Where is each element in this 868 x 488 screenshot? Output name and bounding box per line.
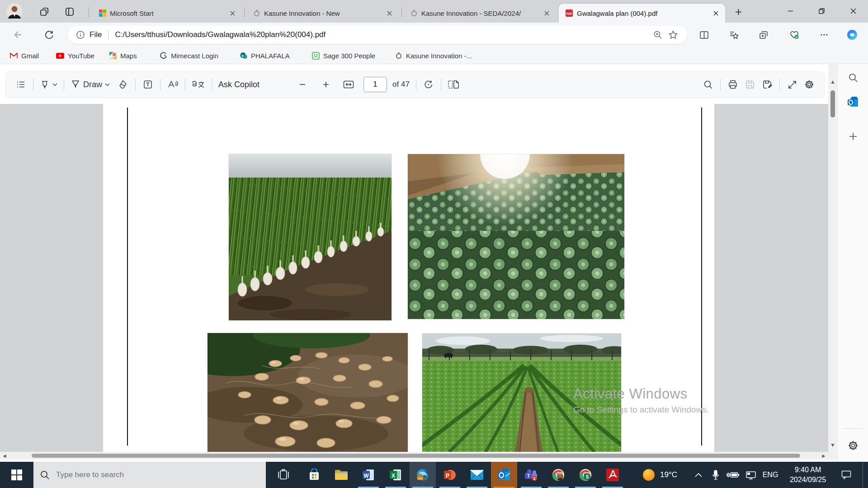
browser-essentials-button[interactable] bbox=[787, 27, 802, 42]
read-aloud-button[interactable] bbox=[164, 76, 181, 93]
taskbar-outlook-app[interactable] bbox=[491, 462, 517, 488]
clock-tray[interactable]: 9:40 AM 2024/09/25 bbox=[781, 462, 835, 488]
vertical-scrollbar[interactable]: ▲ ▼ bbox=[828, 64, 837, 460]
cabbage-field-photo bbox=[408, 154, 624, 319]
horizontal-scroll-thumb[interactable] bbox=[32, 454, 800, 458]
taskbar-search-input[interactable] bbox=[56, 470, 246, 479]
show-hidden-icons-button[interactable] bbox=[691, 462, 706, 488]
translate-button[interactable] bbox=[189, 76, 208, 93]
sidebar-outlook-button[interactable] bbox=[845, 94, 861, 110]
ask-copilot-label: Ask Copilot bbox=[218, 80, 259, 89]
pdf-menu-button[interactable] bbox=[12, 76, 29, 93]
tab-gwalagwala-pdf[interactable]: PDF Gwalagwala plan (004).pdf bbox=[559, 4, 725, 23]
microphone-tray-icon[interactable] bbox=[708, 462, 723, 488]
bookmark-youtube[interactable]: YouTube bbox=[53, 49, 97, 62]
task-view-button[interactable] bbox=[270, 462, 297, 488]
zoom-out-button[interactable] bbox=[294, 76, 311, 93]
bookmark-kasune[interactable]: Kasune Innovation -... bbox=[392, 49, 475, 62]
ask-copilot-button[interactable]: Ask Copilot bbox=[216, 76, 262, 93]
vertical-scroll-thumb[interactable] bbox=[830, 90, 835, 117]
fullscreen-button[interactable] bbox=[783, 76, 801, 93]
save-as-button[interactable] bbox=[759, 76, 776, 93]
kasune-logo bbox=[395, 52, 402, 59]
taskbar-excel-app[interactable]: X bbox=[382, 462, 409, 488]
pdf-settings-button[interactable] bbox=[801, 76, 818, 93]
bookmark-gmail[interactable]: Gmail bbox=[7, 49, 42, 62]
close-tab-icon[interactable] bbox=[227, 8, 237, 18]
scroll-up-arrow[interactable]: ▲ bbox=[830, 79, 835, 85]
profile-avatar[interactable] bbox=[6, 3, 23, 21]
tab-actions-button[interactable] bbox=[38, 5, 51, 18]
save-button[interactable] bbox=[741, 76, 759, 93]
taskbar-word-app[interactable]: W bbox=[355, 462, 382, 488]
split-screen-button[interactable] bbox=[696, 27, 712, 42]
bookmark-mimecast[interactable]: Mimecast Login bbox=[157, 49, 221, 62]
scroll-down-arrow[interactable]: ▼ bbox=[830, 442, 835, 448]
settings-more-button[interactable] bbox=[816, 27, 832, 42]
rotate-button[interactable] bbox=[420, 76, 437, 93]
restore-button[interactable] bbox=[808, 0, 835, 22]
close-tab-icon[interactable] bbox=[711, 8, 721, 18]
close-tab-icon[interactable] bbox=[542, 8, 552, 18]
taskbar-acrobat-app[interactable] bbox=[599, 462, 626, 488]
pdf-document-area[interactable]: Activate Windows Go to Settings to activ… bbox=[0, 104, 828, 452]
taskbar-store-app[interactable] bbox=[301, 462, 327, 488]
collections-button[interactable] bbox=[756, 27, 771, 42]
battery-tray-icon[interactable] bbox=[724, 462, 741, 488]
close-window-button[interactable] bbox=[840, 0, 867, 22]
address-bar[interactable]: File C:/Users/tthusi/Downloads/Gwalagwal… bbox=[68, 26, 687, 44]
taskbar-powerpoint-app[interactable]: P bbox=[437, 462, 463, 488]
bookmark-sage[interactable]: Sage 300 People bbox=[309, 49, 378, 62]
zoom-in-page-icon[interactable] bbox=[650, 27, 665, 42]
copilot-button[interactable] bbox=[844, 27, 860, 42]
horizontal-scrollbar[interactable]: ◄ ► bbox=[0, 452, 828, 460]
page-view-button[interactable] bbox=[445, 76, 462, 93]
language-indicator[interactable]: ENG bbox=[760, 462, 780, 488]
divider bbox=[108, 30, 108, 40]
tab-microsoft-start[interactable]: Microsoft Start bbox=[93, 4, 242, 23]
draw-button[interactable]: Draw bbox=[68, 76, 113, 93]
page-number-input[interactable]: 1 bbox=[363, 77, 387, 92]
pdf-file-icon: PDF bbox=[565, 9, 573, 17]
pdf-search-button[interactable] bbox=[699, 76, 717, 93]
show-desktop-button[interactable] bbox=[863, 462, 863, 488]
new-tab-button[interactable] bbox=[732, 6, 744, 18]
page-info-icon[interactable] bbox=[76, 30, 85, 39]
taskbar-search-box[interactable] bbox=[33, 462, 266, 488]
taskbar-teams-app[interactable]: T 1 bbox=[518, 462, 544, 488]
search-icon bbox=[40, 470, 50, 480]
start-button[interactable] bbox=[4, 462, 30, 488]
add-text-button[interactable] bbox=[139, 76, 156, 93]
taskbar-chrome-profile2-app[interactable]: S bbox=[572, 462, 599, 488]
tab-kasune-new[interactable]: Kasune Innovation - New bbox=[247, 4, 399, 23]
bookmark-phalafala[interactable]: S PHALAFALA bbox=[237, 49, 292, 62]
refresh-button[interactable] bbox=[42, 27, 57, 42]
fit-to-width-button[interactable] bbox=[340, 76, 357, 93]
taskbar-chrome-profile1-app[interactable] bbox=[545, 462, 571, 488]
taskbar-weather-widget[interactable]: 19°C bbox=[635, 462, 684, 488]
tab-title: Kasune Innovation - New bbox=[264, 9, 381, 17]
sidebar-add-button[interactable] bbox=[845, 128, 861, 145]
taskbar-file-explorer-app[interactable] bbox=[328, 462, 354, 488]
taskbar-mail-app[interactable] bbox=[464, 462, 490, 488]
action-center-button[interactable] bbox=[836, 462, 856, 488]
bookmark-maps[interactable]: Maps bbox=[107, 49, 140, 62]
back-button[interactable] bbox=[10, 27, 25, 42]
erase-button[interactable] bbox=[114, 76, 132, 93]
print-button[interactable] bbox=[724, 76, 741, 93]
highlight-button[interactable] bbox=[37, 76, 60, 93]
network-tray-icon[interactable] bbox=[742, 462, 760, 488]
close-tab-icon[interactable] bbox=[384, 8, 394, 18]
favorites-hub-button[interactable] bbox=[726, 27, 741, 42]
tab-kasune-seda[interactable]: Kasune Innovation - SEDA/2024/ bbox=[404, 4, 556, 23]
taskbar-edge-work-app[interactable] bbox=[410, 462, 436, 488]
favorite-star-icon[interactable] bbox=[665, 27, 681, 42]
navigation-bar: File C:/Users/tthusi/Downloads/Gwalagwal… bbox=[0, 23, 868, 47]
minimize-button[interactable] bbox=[777, 0, 804, 22]
scroll-right-arrow[interactable]: ► bbox=[821, 453, 826, 459]
sidebar-search-button[interactable] bbox=[845, 70, 861, 86]
vertical-tabs-button[interactable] bbox=[63, 5, 76, 18]
scroll-left-arrow[interactable]: ◄ bbox=[2, 453, 7, 459]
sidebar-settings-button[interactable] bbox=[845, 437, 861, 454]
zoom-in-button[interactable] bbox=[317, 76, 335, 93]
